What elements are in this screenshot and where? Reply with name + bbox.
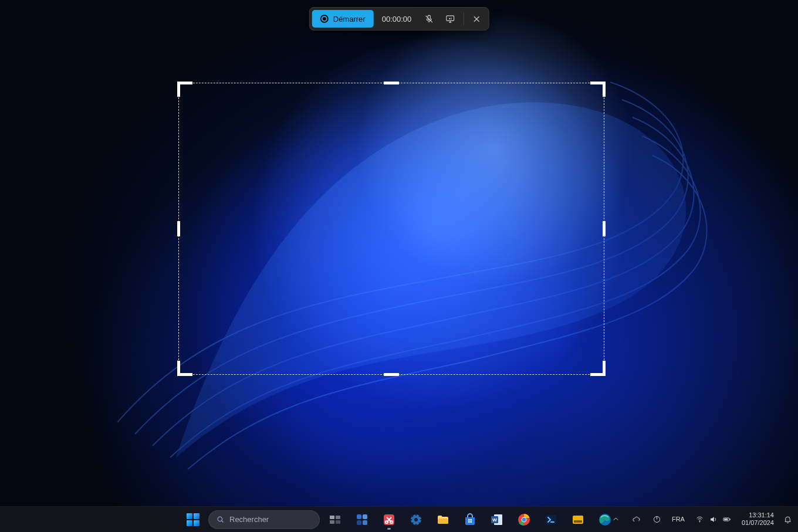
windows-logo-icon bbox=[187, 513, 200, 526]
svg-point-44 bbox=[699, 521, 700, 521]
svg-line-23 bbox=[412, 516, 413, 517]
widgets-icon bbox=[355, 513, 369, 527]
resize-handle-right[interactable] bbox=[603, 221, 606, 236]
generic-app-icon bbox=[571, 513, 585, 527]
tray-notifications-button[interactable] bbox=[780, 508, 796, 530]
start-button[interactable] bbox=[181, 508, 205, 531]
svg-rect-29 bbox=[471, 519, 472, 521]
svg-rect-6 bbox=[330, 516, 334, 519]
bell-icon bbox=[783, 515, 792, 524]
svg-rect-8 bbox=[330, 520, 334, 524]
svg-point-18 bbox=[414, 518, 418, 521]
tray-onedrive[interactable] bbox=[627, 508, 645, 530]
taskbar-app-chrome[interactable] bbox=[512, 508, 536, 531]
taskbar-center-group: Rechercher bbox=[181, 508, 617, 531]
taskbar-search-input[interactable]: Rechercher bbox=[208, 510, 320, 529]
taskbar-app-task-view[interactable] bbox=[323, 508, 347, 531]
chevron-up-icon bbox=[611, 515, 620, 524]
search-placeholder: Rechercher bbox=[229, 515, 269, 524]
resize-handle-top-right[interactable] bbox=[590, 82, 606, 97]
power-icon bbox=[652, 515, 661, 524]
snipping-tool-icon bbox=[382, 513, 396, 527]
svg-rect-31 bbox=[471, 521, 472, 523]
svg-rect-47 bbox=[724, 519, 728, 520]
capture-selection-rect[interactable] bbox=[178, 83, 604, 375]
recording-toolbar: Démarrer 00:00:00 bbox=[309, 7, 489, 31]
resize-handle-top-left[interactable] bbox=[177, 82, 192, 97]
svg-rect-28 bbox=[468, 519, 470, 521]
taskbar-app-widgets[interactable] bbox=[350, 508, 374, 531]
taskbar-app-word[interactable]: W bbox=[485, 508, 509, 531]
svg-rect-27 bbox=[438, 519, 448, 524]
tray-quick-settings[interactable] bbox=[691, 508, 736, 530]
taskbar-app-powershell[interactable] bbox=[539, 508, 563, 531]
system-tray: FRA 13:31:14 01/07/2024 bbox=[607, 506, 796, 532]
microphone-off-icon bbox=[424, 14, 434, 24]
system-audio-toggle-button[interactable] bbox=[441, 10, 459, 28]
svg-rect-13 bbox=[363, 520, 367, 525]
toolbar-divider bbox=[463, 12, 464, 25]
store-icon bbox=[463, 513, 477, 527]
wifi-icon bbox=[695, 515, 704, 524]
cloud-icon bbox=[632, 515, 641, 524]
resize-handle-bottom-left[interactable] bbox=[177, 361, 192, 376]
svg-line-5 bbox=[222, 521, 224, 523]
powershell-icon bbox=[544, 513, 558, 527]
svg-text:W: W bbox=[492, 517, 497, 523]
close-toolbar-button[interactable] bbox=[467, 10, 486, 28]
taskbar: Rechercher bbox=[0, 506, 798, 532]
svg-rect-7 bbox=[336, 516, 340, 519]
microphone-toggle-button[interactable] bbox=[420, 10, 438, 28]
svg-rect-10 bbox=[357, 514, 361, 519]
taskbar-app-file-explorer[interactable] bbox=[431, 508, 455, 531]
tray-overflow-button[interactable] bbox=[607, 508, 625, 530]
resize-handle-bottom[interactable] bbox=[384, 373, 399, 376]
svg-rect-9 bbox=[336, 520, 340, 524]
close-icon bbox=[472, 14, 482, 24]
search-icon bbox=[216, 515, 225, 524]
task-view-icon bbox=[328, 513, 342, 527]
taskbar-app-settings[interactable] bbox=[404, 508, 428, 531]
tray-time: 13:31:14 bbox=[749, 511, 774, 519]
svg-point-37 bbox=[522, 517, 526, 521]
tray-date: 01/07/2024 bbox=[742, 519, 774, 527]
svg-rect-12 bbox=[357, 520, 361, 525]
word-icon: W bbox=[490, 513, 504, 527]
chrome-icon bbox=[517, 513, 531, 527]
tray-clock[interactable]: 13:31:14 01/07/2024 bbox=[738, 511, 777, 527]
volume-icon bbox=[709, 515, 718, 524]
resize-handle-left[interactable] bbox=[177, 221, 180, 236]
svg-point-4 bbox=[218, 517, 222, 521]
taskbar-app-generic[interactable] bbox=[566, 508, 590, 531]
recording-timer: 00:00:00 bbox=[376, 15, 418, 23]
monitor-audio-icon bbox=[445, 14, 455, 24]
battery-icon bbox=[722, 515, 731, 524]
svg-line-25 bbox=[412, 523, 413, 524]
tray-language-indicator[interactable]: FRA bbox=[668, 516, 688, 523]
resize-handle-bottom-right[interactable] bbox=[590, 361, 606, 376]
svg-line-26 bbox=[419, 516, 420, 517]
resize-handle-top[interactable] bbox=[384, 82, 399, 84]
record-icon bbox=[320, 15, 329, 23]
taskbar-app-microsoft-store[interactable] bbox=[458, 508, 482, 531]
svg-rect-40 bbox=[574, 520, 582, 523]
svg-rect-11 bbox=[363, 514, 367, 519]
settings-icon bbox=[409, 513, 423, 527]
svg-rect-46 bbox=[729, 519, 730, 520]
tray-power[interactable] bbox=[648, 508, 666, 530]
svg-line-24 bbox=[419, 523, 420, 524]
start-recording-button[interactable]: Démarrer bbox=[312, 10, 374, 28]
svg-rect-30 bbox=[468, 521, 470, 523]
file-explorer-icon bbox=[436, 513, 450, 527]
start-recording-label: Démarrer bbox=[333, 15, 366, 23]
taskbar-app-snipping-tool[interactable] bbox=[377, 508, 401, 531]
